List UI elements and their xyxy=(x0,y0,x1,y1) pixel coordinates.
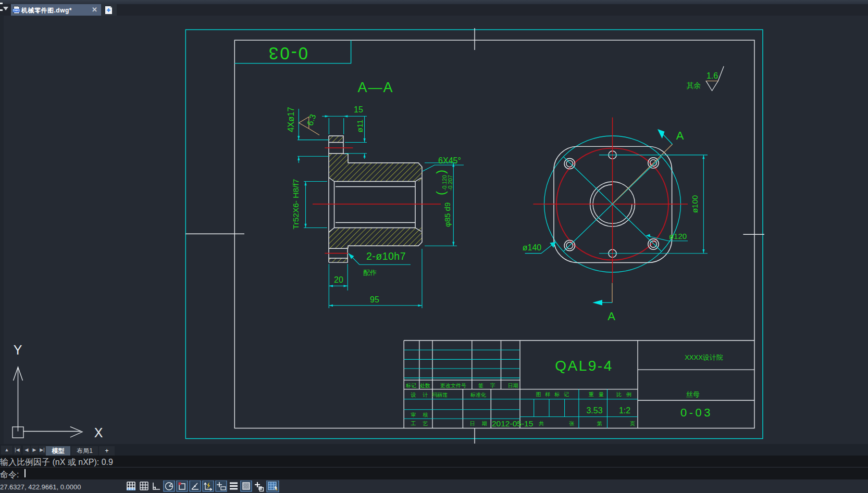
svg-text:工 艺: 工 艺 xyxy=(411,421,431,426)
svg-text:3.53: 3.53 xyxy=(586,406,602,415)
svg-text:0-03: 0-03 xyxy=(267,44,308,63)
svg-text:15: 15 xyxy=(354,105,363,114)
svg-text:共: 共 xyxy=(539,421,544,426)
svg-text:张: 张 xyxy=(569,421,574,426)
svg-text:1:2: 1:2 xyxy=(619,406,630,415)
svg-text:ø100: ø100 xyxy=(690,195,699,213)
svg-text:2012-05-15: 2012-05-15 xyxy=(492,419,533,428)
svg-text:6X45°: 6X45° xyxy=(438,156,461,165)
svg-text:4Xø17: 4Xø17 xyxy=(286,107,295,132)
svg-text:比 例: 比 例 xyxy=(616,391,633,397)
svg-text:6.3: 6.3 xyxy=(305,113,317,127)
svg-text:XXXX设计院: XXXX设计院 xyxy=(685,353,723,361)
svg-text:ø120: ø120 xyxy=(669,232,687,241)
svg-text:处数: 处数 xyxy=(420,383,430,388)
svg-text:签 字: 签 字 xyxy=(478,383,498,388)
svg-text:Y: Y xyxy=(14,343,22,357)
svg-text:图 样 标 记: 图 样 标 记 xyxy=(536,391,571,397)
svg-text:A: A xyxy=(676,129,684,142)
svg-text:丝母: 丝母 xyxy=(686,390,700,398)
svg-text:(: ( xyxy=(433,191,448,195)
svg-text:A: A xyxy=(607,310,615,323)
svg-text:Tr52X6- H8/f7: Tr52X6- H8/f7 xyxy=(291,179,300,230)
svg-text:ø11: ø11 xyxy=(355,120,364,133)
svg-text:1.6: 1.6 xyxy=(706,71,718,80)
svg-text:20: 20 xyxy=(334,275,343,284)
svg-text:日期: 日期 xyxy=(508,383,518,388)
svg-text:玛丽莲: 玛丽莲 xyxy=(432,392,448,398)
svg-text:2-ø10h7: 2-ø10h7 xyxy=(366,250,406,262)
svg-text:审 核: 审 核 xyxy=(411,412,431,418)
svg-text:A—A: A—A xyxy=(357,80,393,95)
svg-text:φ85 d9: φ85 d9 xyxy=(443,203,452,227)
svg-text:日 期: 日 期 xyxy=(470,421,490,426)
svg-text:): ) xyxy=(433,170,448,174)
svg-text:设 计: 设 计 xyxy=(411,392,431,398)
svg-text:ø140: ø140 xyxy=(523,243,542,252)
svg-text:标记: 标记 xyxy=(405,383,416,388)
svg-text:第: 第 xyxy=(597,421,602,426)
svg-text:-0.207: -0.207 xyxy=(447,175,453,191)
svg-text:重 量: 重 量 xyxy=(588,391,605,397)
svg-text:95: 95 xyxy=(370,295,379,304)
svg-text:标准化: 标准化 xyxy=(470,392,486,398)
svg-text:QAL9-4: QAL9-4 xyxy=(555,358,613,374)
svg-text:更改文件号: 更改文件号 xyxy=(440,383,466,388)
svg-text:X: X xyxy=(94,425,103,440)
svg-text:配作: 配作 xyxy=(363,269,377,276)
svg-text:页: 页 xyxy=(630,421,635,426)
svg-text:其余: 其余 xyxy=(687,81,701,90)
svg-text:0-03: 0-03 xyxy=(680,406,713,419)
